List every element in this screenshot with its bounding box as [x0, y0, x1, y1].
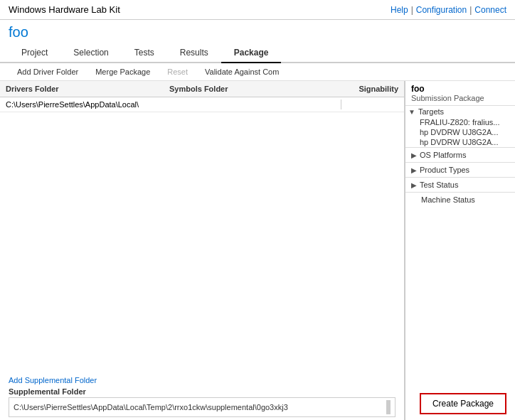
- os-platforms-header[interactable]: ▶ OS Platforms: [405, 148, 515, 162]
- right-panel: foo Submission Package ▼ Targets FRALIU-…: [405, 81, 515, 420]
- targets-node[interactable]: ▼ Targets: [405, 106, 515, 117]
- tab-package[interactable]: Package: [221, 43, 282, 63]
- machine-status-header[interactable]: Machine Status: [405, 193, 515, 207]
- separator-2: |: [469, 5, 472, 15]
- table-header: Drivers Folder Symbols Folder Signabilit…: [0, 81, 404, 97]
- target-item-0: FRALIU-Z820: fralius...: [417, 117, 515, 127]
- test-status-header[interactable]: ▶ Test Status: [405, 178, 515, 192]
- driver-path-cell: C:\Users\PierreSettles\AppData\Local\: [0, 98, 164, 111]
- col-header-signability: Signability: [347, 82, 404, 95]
- header-links: Help | Configuration | Connect: [391, 5, 506, 15]
- os-platforms-arrow: ▶: [411, 151, 417, 159]
- supplemental-resize-handle[interactable]: [386, 400, 391, 414]
- test-status-label: Test Status: [420, 181, 458, 189]
- nav-tabs: Project Selection Tests Results Package: [0, 43, 515, 63]
- reset-button[interactable]: Reset: [159, 66, 196, 77]
- supplemental-path-row: C:\Users\PierreSettles\AppData\Local\Tem…: [9, 397, 395, 417]
- main-content: Drivers Folder Symbols Folder Signabilit…: [0, 81, 515, 420]
- add-driver-button[interactable]: Add Driver Folder: [9, 66, 87, 77]
- separator-1: |: [411, 5, 413, 15]
- test-status-arrow: ▶: [411, 181, 417, 189]
- right-panel-subtitle: Submission Package: [405, 94, 515, 105]
- product-types-section: ▶ Product Types: [405, 162, 515, 177]
- target-item-1: hp DVDRW UJ8G2A...: [417, 127, 515, 137]
- target-item-2: hp DVDRW UJ8G2A...: [417, 137, 515, 147]
- supplemental-section: Add Supplemental Folder Supplemental Fol…: [0, 370, 404, 420]
- targets-section: ▼ Targets FRALIU-Z820: fralius... hp DVD…: [405, 105, 515, 147]
- bottom-bar: Create Package: [411, 387, 515, 420]
- empty-area: [0, 112, 404, 370]
- col-header-symbols: Symbols Folder: [164, 82, 347, 95]
- left-panel: Drivers Folder Symbols Folder Signabilit…: [0, 81, 405, 420]
- os-platforms-label: OS Platforms: [420, 151, 466, 159]
- create-package-button[interactable]: Create Package: [420, 393, 506, 414]
- product-types-header[interactable]: ▶ Product Types: [405, 163, 515, 177]
- app-title: Windows Hardware Lab Kit: [9, 4, 120, 15]
- machine-status-section: Machine Status: [405, 192, 515, 207]
- tab-tests[interactable]: Tests: [122, 43, 167, 63]
- targets-label: Targets: [418, 107, 444, 116]
- targets-children: FRALIU-Z820: fralius... hp DVDRW UJ8G2A.…: [405, 117, 515, 147]
- help-link[interactable]: Help: [391, 5, 408, 15]
- col-header-drivers: Drivers Folder: [0, 82, 164, 95]
- connect-link[interactable]: Connect: [474, 5, 506, 15]
- tab-project[interactable]: Project: [9, 43, 60, 63]
- project-title: foo: [0, 20, 515, 43]
- header: Windows Hardware Lab Kit Help | Configur…: [0, 0, 515, 20]
- merge-package-button[interactable]: Merge Package: [87, 66, 159, 77]
- tab-results[interactable]: Results: [167, 43, 221, 63]
- symbols-cell: [164, 97, 347, 112]
- supplemental-path-text: C:\Users\PierreSettles\AppData\Local\Tem…: [14, 403, 386, 411]
- supplemental-header: Supplemental Folder: [9, 387, 395, 396]
- configuration-link[interactable]: Configuration: [416, 5, 467, 15]
- add-supplemental-button[interactable]: Add Supplemental Folder: [9, 376, 97, 384]
- test-status-section: ▶ Test Status: [405, 177, 515, 192]
- tab-selection[interactable]: Selection: [60, 43, 121, 63]
- os-platforms-section: ▶ OS Platforms: [405, 147, 515, 162]
- table-row: C:\Users\PierreSettles\AppData\Local\: [0, 97, 404, 112]
- toolbar: Add Driver Folder Merge Package Reset Va…: [0, 63, 515, 81]
- targets-arrow: ▼: [408, 108, 415, 116]
- right-panel-title: foo: [405, 81, 515, 94]
- product-types-arrow: ▶: [411, 166, 417, 174]
- signability-cell: [347, 102, 404, 107]
- validate-button[interactable]: Validate Against Com: [196, 66, 287, 77]
- machine-status-label: Machine Status: [421, 195, 475, 204]
- symbols-input[interactable]: [169, 99, 341, 109]
- product-types-label: Product Types: [420, 166, 469, 174]
